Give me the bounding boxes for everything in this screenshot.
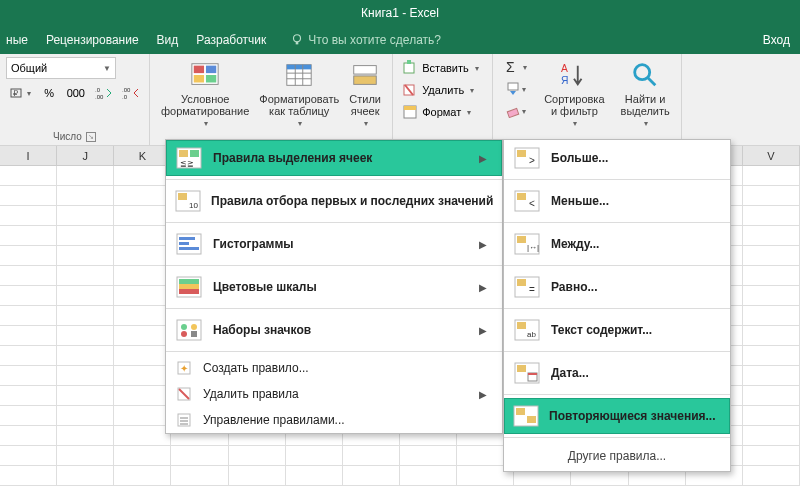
submenu-duplicate-values[interactable]: Повторяющиеся значения... bbox=[504, 398, 730, 434]
cell[interactable] bbox=[114, 446, 171, 465]
cell[interactable] bbox=[0, 346, 57, 365]
cell[interactable] bbox=[57, 326, 114, 345]
delete-cells-button[interactable]: Удалить ▾ bbox=[399, 79, 486, 101]
cell[interactable] bbox=[743, 426, 800, 445]
column-header[interactable]: J bbox=[57, 146, 114, 165]
cell[interactable] bbox=[57, 406, 114, 425]
cell[interactable] bbox=[286, 466, 343, 485]
cell[interactable] bbox=[57, 306, 114, 325]
fill-button[interactable]: ▾ bbox=[499, 78, 533, 100]
cell[interactable] bbox=[114, 286, 171, 305]
submenu-greater-than[interactable]: > Больше... bbox=[504, 140, 730, 176]
cell[interactable] bbox=[57, 246, 114, 265]
cell[interactable] bbox=[0, 306, 57, 325]
cell[interactable] bbox=[114, 346, 171, 365]
insert-cells-button[interactable]: Вставить ▾ bbox=[399, 57, 486, 79]
cell[interactable] bbox=[57, 186, 114, 205]
cell[interactable] bbox=[0, 186, 57, 205]
cell[interactable] bbox=[57, 426, 114, 445]
number-format-dropdown[interactable]: Общий ▼ bbox=[6, 57, 116, 79]
increase-decimal-button[interactable]: .0.00 bbox=[91, 82, 116, 104]
menu-manage-rules[interactable]: Управление правилами... bbox=[166, 407, 502, 433]
cell[interactable] bbox=[114, 466, 171, 485]
submenu-more-rules[interactable]: Другие правила... bbox=[504, 441, 730, 471]
submenu-date-occurring[interactable]: Дата... bbox=[504, 355, 730, 391]
cell[interactable] bbox=[743, 346, 800, 365]
cell[interactable] bbox=[0, 386, 57, 405]
cell[interactable] bbox=[114, 406, 171, 425]
cell[interactable] bbox=[229, 446, 286, 465]
cell[interactable] bbox=[343, 446, 400, 465]
cell[interactable] bbox=[114, 166, 171, 185]
menu-new-rule[interactable]: ✦ Создать правило... bbox=[166, 355, 502, 381]
cell[interactable] bbox=[743, 306, 800, 325]
cell[interactable] bbox=[171, 466, 228, 485]
percent-format-button[interactable]: % bbox=[37, 82, 61, 104]
cell[interactable] bbox=[57, 466, 114, 485]
cell[interactable] bbox=[57, 226, 114, 245]
cell[interactable] bbox=[0, 406, 57, 425]
cell[interactable] bbox=[743, 266, 800, 285]
cell[interactable] bbox=[743, 446, 800, 465]
cell[interactable] bbox=[114, 206, 171, 225]
cell[interactable] bbox=[743, 466, 800, 485]
menu-top-bottom-rules[interactable]: 10 Правила отбора первых и последних зна… bbox=[166, 183, 502, 219]
number-group-launcher[interactable]: ↘ bbox=[86, 132, 96, 142]
cell[interactable] bbox=[57, 166, 114, 185]
cell[interactable] bbox=[114, 386, 171, 405]
submenu-between[interactable]: |↔| Между... bbox=[504, 226, 730, 262]
tab-data[interactable]: ные bbox=[6, 33, 28, 47]
accounting-format-button[interactable]: ₽▾ bbox=[6, 82, 35, 104]
format-as-table-button[interactable]: Форматировать как таблицу▾ bbox=[254, 56, 344, 134]
cell[interactable] bbox=[57, 446, 114, 465]
cell[interactable] bbox=[743, 206, 800, 225]
cell[interactable] bbox=[57, 266, 114, 285]
cell[interactable] bbox=[743, 246, 800, 265]
cell[interactable] bbox=[343, 466, 400, 485]
format-cells-button[interactable]: Формат ▾ bbox=[399, 101, 486, 123]
cell[interactable] bbox=[743, 406, 800, 425]
cell[interactable] bbox=[0, 266, 57, 285]
cell[interactable] bbox=[743, 166, 800, 185]
cell[interactable] bbox=[0, 446, 57, 465]
menu-color-scales[interactable]: Цветовые шкалы ▶ bbox=[166, 269, 502, 305]
cell[interactable] bbox=[0, 206, 57, 225]
cell[interactable] bbox=[743, 226, 800, 245]
conditional-formatting-button[interactable]: Условное форматирование▾ bbox=[156, 56, 254, 134]
cell[interactable] bbox=[0, 426, 57, 445]
menu-icon-sets[interactable]: Наборы значков ▶ bbox=[166, 312, 502, 348]
cell[interactable] bbox=[0, 226, 57, 245]
cell[interactable] bbox=[743, 186, 800, 205]
comma-format-button[interactable]: 000 bbox=[63, 82, 89, 104]
menu-clear-rules[interactable]: Удалить правила ▶ bbox=[166, 381, 502, 407]
cell[interactable] bbox=[400, 466, 457, 485]
cell[interactable] bbox=[0, 466, 57, 485]
cell[interactable] bbox=[114, 266, 171, 285]
cell[interactable] bbox=[114, 326, 171, 345]
find-select-button[interactable]: Найти и выделить▾ bbox=[616, 56, 675, 134]
cell[interactable] bbox=[114, 226, 171, 245]
cell[interactable] bbox=[114, 186, 171, 205]
tab-review[interactable]: Рецензирование bbox=[46, 33, 139, 47]
column-header[interactable]: K bbox=[114, 146, 171, 165]
cell[interactable] bbox=[57, 386, 114, 405]
tell-me-search[interactable]: Что вы хотите сделать? bbox=[290, 33, 441, 47]
cell[interactable] bbox=[743, 386, 800, 405]
menu-data-bars[interactable]: Гистограммы ▶ bbox=[166, 226, 502, 262]
cell[interactable] bbox=[286, 446, 343, 465]
cell[interactable] bbox=[0, 166, 57, 185]
column-header[interactable]: V bbox=[743, 146, 800, 165]
cell[interactable] bbox=[114, 426, 171, 445]
cell[interactable] bbox=[114, 246, 171, 265]
cell[interactable] bbox=[0, 326, 57, 345]
cell-styles-button[interactable]: Стили ячеек▾ bbox=[344, 56, 386, 134]
clear-button[interactable]: ▾ bbox=[499, 100, 533, 122]
cell[interactable] bbox=[171, 446, 228, 465]
cell[interactable] bbox=[743, 326, 800, 345]
cell[interactable] bbox=[57, 366, 114, 385]
cell[interactable] bbox=[57, 206, 114, 225]
submenu-equal-to[interactable]: = Равно... bbox=[504, 269, 730, 305]
submenu-text-contains[interactable]: ab Текст содержит... bbox=[504, 312, 730, 348]
sort-filter-button[interactable]: АЯ Сортировка и фильтр▾ bbox=[539, 56, 609, 134]
menu-highlight-cell-rules[interactable]: ≦≧ Правила выделения ячеек ▶ bbox=[166, 140, 502, 176]
